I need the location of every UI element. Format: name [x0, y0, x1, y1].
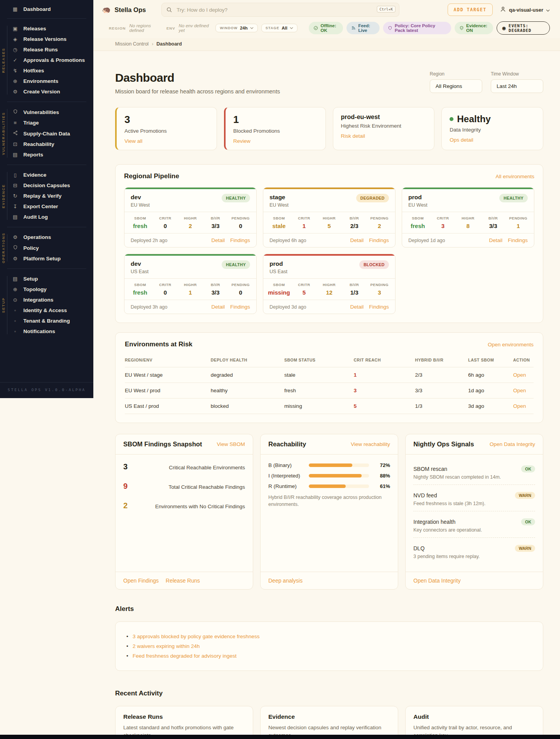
sidebar-item-setup[interactable]: ▤Setup [0, 274, 93, 284]
pipeline-card-prod-us-east: prod US East BLOCKED SBOMmissing CRITR5 … [263, 254, 396, 314]
sidebar-item-identity-access[interactable]: ◦Identity & Access [0, 305, 93, 316]
alert-text[interactable]: 3 approvals blocked by policy gate evide… [133, 634, 259, 639]
progress-bar [309, 474, 369, 477]
sidebar-item-policy[interactable]: Policy [0, 242, 93, 253]
sidebar-item-audit-log[interactable]: ▤Audit Log [0, 212, 93, 222]
sidebar-group-operations: OPERATIONS ⚙Operations Policy ⚙Platform … [0, 231, 93, 265]
region-filter-select[interactable]: All Regions [430, 79, 482, 93]
share-network-icon [12, 130, 19, 137]
findings-link[interactable]: Findings [230, 237, 250, 243]
sidebar-item-export-center[interactable]: ↧Export Center [0, 201, 93, 212]
all-environments-link[interactable]: All environments [495, 174, 534, 179]
detail-link[interactable]: Detail [489, 237, 502, 243]
sbom-value: fresh [128, 223, 153, 229]
deep-analysis-link[interactable]: Deep analysis [268, 578, 303, 584]
sidebar-group-vulnerabilities: VULNERABILITIES Vulnerabilities ≡Triage … [0, 106, 93, 161]
alert-item[interactable]: 3 approvals blocked by policy gate evide… [126, 634, 532, 639]
stage-selector[interactable]: STAGE All [261, 24, 298, 32]
open-link[interactable]: Open [513, 372, 526, 378]
crit-reach-cell: 3 [354, 383, 415, 398]
user-icon [500, 6, 506, 14]
detail-link[interactable]: Detail [211, 304, 225, 310]
sidebar-item-replay-verify[interactable]: ↻Replay & Verify [0, 191, 93, 201]
time-window-filter-select[interactable]: Last 24h [491, 79, 543, 93]
sidebar-item-notifications[interactable]: ◦Notifications [0, 326, 93, 337]
sidebar-item-integrations[interactable]: ⊙Integrations [0, 295, 93, 305]
view-all-link[interactable]: View all [124, 138, 142, 144]
column-header: LAST SBOM [468, 354, 513, 367]
findings-link[interactable]: Findings [508, 237, 528, 243]
sidebar-item-supply-chain-data[interactable]: Supply-Chain Data [0, 128, 93, 139]
policy-status-pill[interactable]: Policy: Core Policy Pack latest [383, 22, 451, 34]
open-data-integrity-footer-link[interactable]: Open Data Integrity [413, 578, 460, 584]
reach-metric-label: R (Runtime) [268, 483, 309, 489]
detail-link[interactable]: Detail [350, 304, 364, 310]
bullet-icon: ◦ [12, 318, 19, 324]
shield-icon [388, 26, 392, 30]
sidebar-item-releases[interactable]: ▣Releases [0, 23, 93, 34]
sidebar-item-hotfixes[interactable]: ↯Hotfixes [0, 65, 93, 76]
alert-item[interactable]: Feed freshness degraded for advisory ing… [126, 653, 532, 659]
evidence-status-pill[interactable]: Evidence: ON [455, 22, 493, 34]
sidebar-item-decision-capsules[interactable]: ⊟Decision Capsules [0, 180, 93, 191]
snapshot-label: Environments with No Critical Findings [155, 504, 245, 509]
sidebar-item-topology[interactable]: ⊕Topology [0, 284, 93, 295]
highr-value: 12 [317, 289, 342, 296]
sidebar-item-reachability[interactable]: ⊡Reachability [0, 139, 93, 149]
add-target-button[interactable]: ADD TARGET [448, 4, 493, 16]
view-sbom-link[interactable]: View SBOM [217, 441, 245, 447]
sidebar-item-operations[interactable]: ⚙Operations [0, 232, 93, 242]
open-findings-link[interactable]: Open Findings [123, 578, 159, 584]
risk-detail-link[interactable]: Risk detail [341, 133, 365, 139]
breadcrumb-mission-control[interactable]: Mission Control [115, 41, 149, 47]
sidebar-item-vulnerabilities[interactable]: Vulnerabilities [0, 107, 93, 118]
sidebar-item-release-versions[interactable]: ◈Release Versions [0, 34, 93, 44]
alert-text[interactable]: 2 waivers expiring within 24h [133, 643, 200, 649]
user-menu[interactable]: qa-visual-user [500, 6, 550, 14]
sidebar-item-approvals-promotions[interactable]: ✓Approvals & Promotions [0, 55, 93, 65]
sidebar-item-create-version[interactable]: ⚙Create Version [0, 86, 93, 97]
events-status-pill[interactable]: ◉ EVENTS: DEGRADED [497, 21, 550, 35]
sidebar-item-environments[interactable]: ⊕Environments [0, 76, 93, 86]
release-runs-link[interactable]: Release Runs [166, 578, 200, 584]
detail-link[interactable]: Detail [211, 237, 225, 243]
detail-link[interactable]: Detail [350, 237, 364, 243]
findings-link[interactable]: Findings [369, 304, 389, 310]
offline-status-pill[interactable]: Offline: OK [309, 22, 343, 34]
findings-link[interactable]: Findings [230, 304, 250, 310]
sidebar-item-dashboard[interactable]: ▦ Dashboard [0, 4, 93, 14]
open-link[interactable]: Open [513, 403, 526, 409]
globe-icon: ⊕ [12, 286, 19, 292]
active-promotions-label: Active Promotions [124, 128, 209, 134]
alert-text[interactable]: Feed freshness degraded for advisory ing… [133, 653, 236, 659]
sidebar-item-platform-setup[interactable]: ⚙Platform Setup [0, 253, 93, 264]
activity-card-audit: Audit Unified activity trail by actor, r… [405, 706, 543, 739]
open-link[interactable]: Open [513, 388, 526, 393]
window-selector[interactable]: WINDOW 24h [215, 24, 257, 32]
view-reachability-link[interactable]: View reachability [351, 441, 390, 447]
gear-icon: ⚙ [12, 234, 19, 240]
feed-status-pill[interactable]: Feed: Live [346, 22, 380, 34]
sidebar-item-evidence[interactable]: ▯Evidence [0, 170, 93, 180]
sidebar-item-triage[interactable]: ≡Triage [0, 118, 93, 128]
reachability-title: Reachability [268, 441, 306, 448]
pipeline-card-prod-eu-west: prod EU West HEALTHY SBOMfresh CRITR3 HI… [402, 187, 534, 248]
review-link[interactable]: Review [233, 138, 250, 144]
findings-link[interactable]: Findings [369, 237, 389, 243]
ops-detail-link[interactable]: Ops detail [450, 137, 473, 143]
pipeline-card-stage-eu-west: stage EU West DEGRADED SBOMstale CRITR1 … [263, 187, 396, 248]
column-header: SBOM STATUS [284, 354, 354, 367]
open-data-integrity-link[interactable]: Open Data Integrity [490, 441, 535, 447]
search-input[interactable] [161, 3, 399, 17]
sidebar-item-reports[interactable]: ▤Reports [0, 149, 93, 160]
alert-item[interactable]: 2 waivers expiring within 24h [126, 643, 532, 649]
stat-label: SBOM [266, 283, 292, 287]
sidebar-item-label: Reachability [23, 141, 54, 147]
status-badge: HEALTHY [222, 260, 250, 269]
hybrid-bir-cell: 2/3 [415, 367, 468, 383]
sidebar-item-tenant-branding[interactable]: ◦Tenant & Branding [0, 316, 93, 326]
snapshot-label: Total Critical Reachable Findings [168, 484, 245, 490]
shield-icon [12, 245, 19, 251]
open-environments-link[interactable]: Open environments [488, 342, 534, 348]
sidebar-item-release-runs[interactable]: ◷Release Runs [0, 44, 93, 55]
